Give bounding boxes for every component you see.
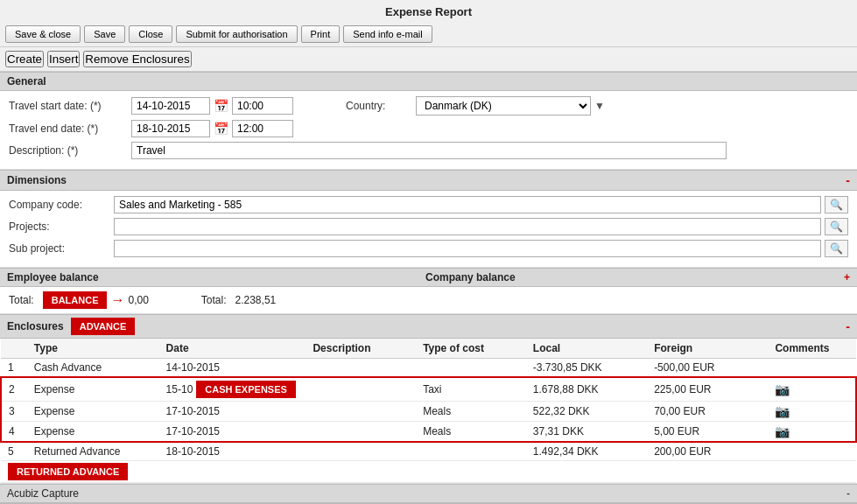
- row-local: 522,32 DKK: [526, 402, 647, 422]
- send-email-button[interactable]: Send info e-mail: [343, 25, 432, 43]
- projects-row: Projects: 🔍: [9, 218, 848, 235]
- col-comments: Comments: [768, 339, 856, 359]
- enclosures-toggle[interactable]: -: [846, 319, 850, 333]
- table-row[interactable]: 5Returned Advance18-10-20151.492,34 DKK2…: [1, 442, 856, 461]
- camera-icon[interactable]: 📷: [775, 404, 790, 418]
- row-type: Expense: [27, 377, 159, 402]
- acubiz-toggle[interactable]: -: [846, 487, 850, 500]
- company-code-label: Company code:: [9, 199, 114, 211]
- projects-input[interactable]: [114, 218, 821, 235]
- travel-start-label: Travel start date: (*): [9, 100, 131, 112]
- row-description: [306, 377, 416, 402]
- projects-search-button[interactable]: 🔍: [825, 218, 848, 235]
- sub-project-input[interactable]: [114, 240, 821, 257]
- save-close-button[interactable]: Save & close: [5, 25, 81, 43]
- col-type: Type: [27, 339, 159, 359]
- acubiz-section-header: Acubiz Capture -: [0, 484, 857, 503]
- sub-project-row: Sub project: 🔍: [9, 240, 848, 257]
- row-comments: 📷: [768, 422, 856, 443]
- row-date: 18-10-2015: [159, 442, 306, 461]
- dimensions-form: Company code: 🔍 Projects: 🔍 Sub project:…: [0, 191, 857, 268]
- table-row[interactable]: 2Expense15-10CASH EXPENSESTaxi1.678,88 D…: [1, 377, 856, 402]
- balance-toggle[interactable]: +: [837, 269, 857, 286]
- advance-badge: ADVANCE: [71, 318, 136, 335]
- row-date: 17-10-2015: [159, 402, 306, 422]
- remove-enclosures-button[interactable]: Remove Enclosures: [83, 51, 191, 67]
- projects-label: Projects:: [9, 220, 114, 233]
- country-select[interactable]: Danmark (DK): [416, 96, 591, 116]
- calendar-icon-end[interactable]: 📅: [214, 122, 228, 136]
- company-code-search-button[interactable]: 🔍: [825, 196, 848, 214]
- sub-project-label: Sub project:: [9, 242, 114, 255]
- row-description: [306, 422, 416, 443]
- enclosures-table-area: Type Date Description Type of cost Local…: [0, 339, 857, 484]
- col-type-of-cost: Type of cost: [416, 339, 526, 359]
- general-section-label: General: [7, 75, 46, 88]
- row-foreign: -500,00 EUR: [647, 359, 768, 378]
- secondary-toolbar: Create Insert Remove Enclosures: [0, 47, 857, 72]
- total-label-left: Total:: [9, 294, 34, 306]
- table-row[interactable]: 1Cash Advance14-10-2015-3.730,85 DKK-500…: [1, 359, 856, 378]
- travel-end-label: Travel end date: (*): [9, 122, 131, 135]
- close-button[interactable]: Close: [129, 25, 172, 43]
- camera-icon[interactable]: 📷: [775, 382, 790, 396]
- calendar-icon-start[interactable]: 📅: [214, 99, 228, 113]
- description-input[interactable]: [131, 142, 727, 159]
- row-type-of-cost: Meals: [416, 422, 526, 443]
- submit-button[interactable]: Submit for authorisation: [176, 25, 297, 43]
- row-comments: [768, 359, 856, 378]
- table-row[interactable]: 3Expense17-10-2015Meals522,32 DKK70,00 E…: [1, 402, 856, 422]
- balance-section-header: Employee balance Company balance +: [0, 268, 857, 287]
- travel-end-row: Travel end date: (*) 📅: [9, 120, 848, 137]
- sub-project-search-button[interactable]: 🔍: [825, 240, 848, 257]
- table-row[interactable]: 4Expense17-10-2015Meals37,31 DKK5,00 EUR…: [1, 422, 856, 443]
- page-title: Expense Report: [0, 0, 857, 22]
- travel-end-time-input[interactable]: [232, 120, 293, 137]
- travel-start-row: Travel start date: (*) 📅 Country: Danmar…: [9, 96, 848, 116]
- row-date: 15-10CASH EXPENSES: [159, 377, 306, 402]
- insert-button[interactable]: Insert: [47, 51, 80, 67]
- row-foreign: 200,00 EUR: [647, 442, 768, 461]
- row-description: [306, 442, 416, 461]
- row-description: [306, 359, 416, 378]
- total-value-left: 0,00: [128, 294, 148, 306]
- row-type-of-cost: Meals: [416, 402, 526, 422]
- description-label: Description: (*): [9, 144, 131, 157]
- returned-advance-row: RETURNED ADVANCE: [1, 461, 856, 483]
- balance-row: Total: BALANCE → 0,00 Total: 2.238,51: [0, 287, 857, 314]
- row-foreign: 5,00 EUR: [647, 422, 768, 443]
- col-local: Local: [526, 339, 647, 359]
- dimensions-toggle[interactable]: -: [846, 173, 850, 187]
- row-local: 1.492,34 DKK: [526, 442, 647, 461]
- travel-start-date-input[interactable]: [131, 97, 210, 115]
- row-num: 2: [1, 377, 27, 402]
- row-type: Returned Advance: [27, 442, 159, 461]
- row-num: 4: [1, 422, 27, 443]
- description-row: Description: (*): [9, 142, 848, 159]
- table-header-row: Type Date Description Type of cost Local…: [1, 339, 856, 359]
- general-section-header: General: [0, 72, 857, 91]
- balance-badge: BALANCE: [43, 291, 108, 309]
- col-description: Description: [306, 339, 416, 359]
- row-date: 17-10-2015: [159, 422, 306, 443]
- create-button[interactable]: Create: [5, 51, 44, 67]
- acubiz-label: Acubiz Capture: [7, 487, 79, 500]
- row-type: Expense: [27, 402, 159, 422]
- company-code-row: Company code: 🔍: [9, 196, 848, 214]
- enclosures-section-label: Enclosures: [7, 320, 64, 332]
- dimensions-section-label: Dimensions: [7, 174, 67, 186]
- row-type-of-cost: Taxi: [416, 377, 526, 402]
- employee-balance-label: Employee balance: [0, 269, 418, 286]
- row-date: 14-10-2015: [159, 359, 306, 378]
- row-type-of-cost: [416, 359, 526, 378]
- travel-end-date-input[interactable]: [131, 120, 210, 137]
- enclosures-table: Type Date Description Type of cost Local…: [0, 339, 857, 483]
- row-local: -3.730,85 DKK: [526, 359, 647, 378]
- row-type: Expense: [27, 422, 159, 443]
- row-num: 5: [1, 442, 27, 461]
- travel-start-time-input[interactable]: [232, 97, 293, 115]
- camera-icon[interactable]: 📷: [775, 424, 790, 438]
- save-button[interactable]: Save: [84, 25, 125, 43]
- print-button[interactable]: Print: [301, 25, 341, 43]
- company-code-input[interactable]: [114, 196, 821, 214]
